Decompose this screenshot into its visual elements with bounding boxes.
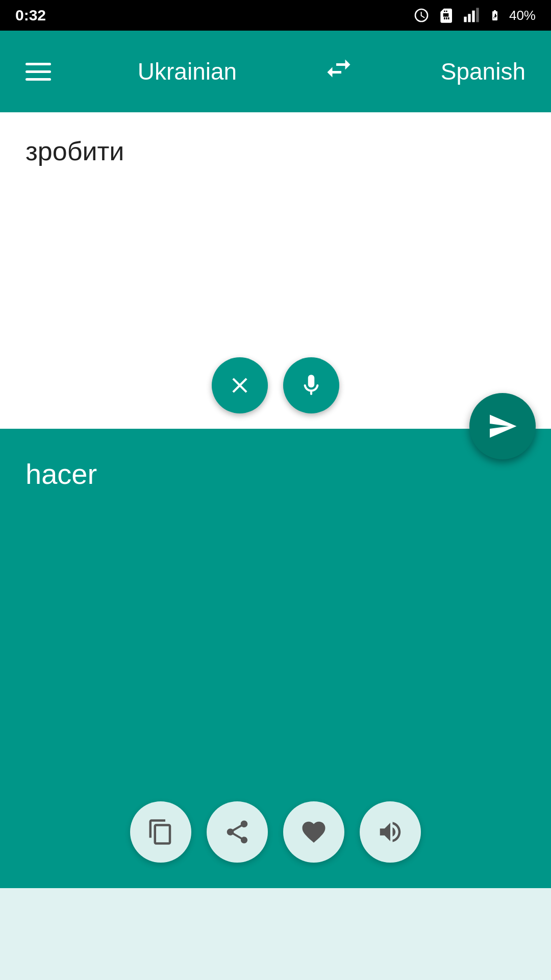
output-actions bbox=[130, 801, 421, 863]
navbar: Ukrainian Spanish bbox=[0, 31, 551, 112]
swap-languages-button[interactable] bbox=[323, 53, 354, 90]
svg-rect-3 bbox=[476, 8, 479, 22]
speak-button[interactable] bbox=[360, 801, 421, 863]
status-icons: 40% bbox=[413, 7, 536, 23]
clear-button[interactable] bbox=[212, 357, 268, 413]
microphone-button[interactable] bbox=[283, 357, 339, 413]
source-language-selector[interactable]: Ukrainian bbox=[138, 58, 237, 85]
battery-level: 40% bbox=[509, 8, 536, 23]
input-area[interactable]: зробити bbox=[0, 112, 551, 429]
copy-button[interactable] bbox=[130, 801, 191, 863]
menu-button[interactable] bbox=[26, 63, 51, 81]
svg-rect-0 bbox=[464, 17, 466, 22]
svg-rect-1 bbox=[468, 14, 470, 22]
share-button[interactable] bbox=[207, 801, 268, 863]
output-area: hacer bbox=[0, 429, 551, 888]
status-time: 0:32 bbox=[15, 7, 46, 24]
signal-icon bbox=[462, 7, 481, 23]
status-bar: 0:32 40% bbox=[0, 0, 551, 31]
translate-button[interactable] bbox=[469, 393, 536, 459]
input-actions bbox=[212, 357, 339, 413]
charging-icon bbox=[489, 7, 501, 23]
sim-icon bbox=[438, 7, 454, 23]
favorite-button[interactable] bbox=[283, 801, 344, 863]
alarm-icon bbox=[413, 7, 430, 23]
input-text[interactable]: зробити bbox=[26, 133, 525, 170]
target-language-selector[interactable]: Spanish bbox=[441, 58, 525, 85]
output-text: hacer bbox=[26, 454, 525, 494]
svg-rect-2 bbox=[472, 11, 474, 22]
input-wrapper: зробити bbox=[0, 112, 551, 429]
